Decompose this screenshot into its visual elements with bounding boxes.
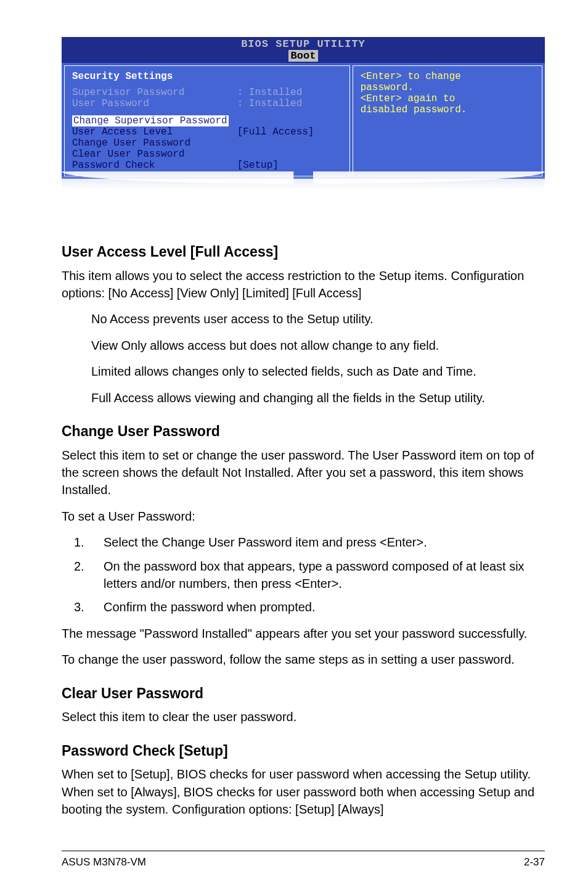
- heading-user-access-level: User Access Level [Full Access]: [62, 242, 545, 262]
- label: Change Supervisor Password: [72, 115, 229, 126]
- list-text: On the password box that appears, type a…: [104, 558, 545, 593]
- bios-row-change-user[interactable]: Change User Password: [72, 138, 342, 149]
- bios-row-pwcheck[interactable]: Password Check [Setup]: [72, 160, 342, 171]
- label: Supervisor Password: [72, 87, 237, 98]
- para: To change the user password, follow the …: [62, 651, 545, 668]
- para: Select this item to clear the user passw…: [62, 708, 545, 725]
- value: [237, 138, 342, 149]
- help-line: disabled password.: [361, 104, 534, 115]
- para: This item allows you to select the acces…: [62, 267, 545, 302]
- bios-row-userpw: User Password : Installed: [72, 98, 342, 109]
- list-text: Confirm the password when prompted.: [104, 598, 545, 616]
- bios-title-line1: BIOS SETUP UTILITY: [62, 38, 545, 50]
- bios-left-heading: Security Settings: [72, 71, 342, 82]
- bios-row-supervisor: Supervisor Password : Installed: [72, 87, 342, 98]
- value: : Installed: [237, 98, 342, 109]
- list-item: 3. Confirm the password when prompted.: [74, 598, 545, 616]
- bios-left-pane: Security Settings Supervisor Password : …: [64, 65, 350, 176]
- heading-password-check: Password Check [Setup]: [62, 741, 545, 761]
- para: To set a User Password:: [62, 508, 545, 525]
- help-line: <Enter> to change: [361, 71, 534, 82]
- footer-left: ASUS M3N78-VM: [62, 856, 146, 868]
- footer-right: 2-37: [524, 856, 545, 868]
- para: When set to [Setup], BIOS checks for use…: [62, 765, 545, 818]
- list-number: 2.: [74, 558, 104, 593]
- page-footer: ASUS M3N78-VM 2-37: [62, 851, 545, 868]
- bios-row-clear-user[interactable]: Clear User Password: [72, 149, 342, 160]
- indent-line: No Access prevents user access to the Se…: [91, 310, 545, 328]
- fade-gradient: [62, 175, 545, 196]
- label: User Access Level: [72, 126, 237, 138]
- list-text: Select the Change User Password item and…: [104, 534, 545, 551]
- help-line: password.: [361, 82, 534, 93]
- label: Change User Password: [72, 138, 237, 149]
- help-line: <Enter> again to: [361, 93, 534, 104]
- bios-titlebar: BIOS SETUP UTILITY Boot: [62, 37, 545, 63]
- list-number: 1.: [74, 534, 104, 551]
- value: [Setup]: [237, 160, 342, 171]
- bios-row-change-supervisor[interactable]: Change Supervisor Password: [72, 115, 342, 126]
- document-content: User Access Level [Full Access] This ite…: [62, 227, 545, 827]
- label: Password Check: [72, 160, 237, 171]
- indent-line: View Only allows access but does not all…: [91, 337, 545, 354]
- value: [237, 149, 342, 160]
- bios-row-ual[interactable]: User Access Level [Full Access]: [72, 126, 342, 138]
- indent-line: Limited allows changes only to selected …: [91, 363, 545, 380]
- value: : Installed: [237, 87, 342, 98]
- value: [Full Access]: [237, 126, 342, 138]
- bios-body: Security Settings Supervisor Password : …: [62, 63, 545, 179]
- bios-panel: BIOS SETUP UTILITY Boot Security Setting…: [62, 37, 545, 179]
- list-item: 1. Select the Change User Password item …: [74, 534, 545, 551]
- para: Select this item to set or change the us…: [62, 447, 545, 499]
- label: Clear User Password: [72, 149, 237, 160]
- heading-clear-user-password: Clear User Password: [62, 683, 545, 704]
- label: User Password: [72, 98, 237, 109]
- ordered-list: 1. Select the Change User Password item …: [74, 534, 545, 616]
- indent-line: Full Access allows viewing and changing …: [91, 389, 545, 406]
- heading-change-user-password: Change User Password: [62, 421, 545, 442]
- list-number: 3.: [74, 598, 104, 616]
- list-item: 2. On the password box that appears, typ…: [74, 558, 545, 593]
- bios-right-pane: <Enter> to change password. <Enter> agai…: [353, 65, 542, 176]
- bios-title-line2: Boot: [288, 50, 319, 62]
- para: The message "Password Installed" appears…: [62, 625, 545, 642]
